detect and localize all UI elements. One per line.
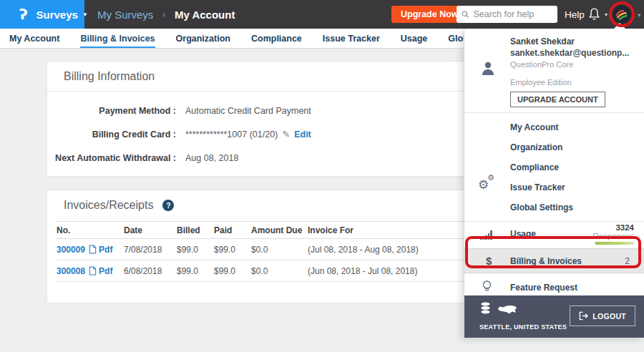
datacenter-location: SEATTLE, UNITED STATES [479, 323, 567, 331]
user-info-section: Sanket Shekdar sanket.shekdar@questionp.… [464, 29, 644, 112]
breadcrumb-separator-icon: › [162, 9, 166, 20]
user-edition: Employee Edition [510, 78, 629, 87]
tab-issue-tracker[interactable]: Issue Tracker [323, 29, 380, 48]
avatar-chevron-icon[interactable]: ▾ [638, 11, 641, 19]
usage-unit: Responses [592, 232, 634, 240]
top-header: ʔ Surveys ▾ My Surveys › My Account Upgr… [0, 0, 644, 29]
billing-invoices-count: 2 [625, 256, 630, 266]
usage-label: Usage [510, 229, 536, 239]
billing-credit-card-label: Billing Credit Card : [47, 129, 176, 140]
billing-credit-card-value: ************1007 (01/20) [185, 129, 278, 140]
person-icon [481, 61, 495, 77]
breadcrumb-my-surveys[interactable]: My Surveys [97, 9, 153, 21]
dollar-icon: $ [486, 255, 492, 267]
logout-icon [579, 311, 588, 321]
pdf-file-icon [89, 266, 97, 275]
questionpro-logo-icon: ʔ [19, 7, 28, 21]
payment-method-value: Automatic Credit Card Payment [185, 106, 311, 116]
user-name: Sanket Shekdar [510, 36, 629, 47]
invoice-billed: $99.0 [177, 245, 214, 255]
breadcrumb-my-account: My Account [175, 9, 235, 21]
col-no: No. [57, 225, 124, 235]
search-input[interactable] [473, 9, 552, 19]
bell-chevron-icon[interactable]: ▾ [605, 11, 608, 18]
usa-map-icon [497, 304, 517, 316]
edit-card-link[interactable]: Edit [294, 129, 311, 140]
payment-method-label: Payment Method : [47, 106, 176, 116]
billing-invoices-label: Billing & Invoices [510, 256, 582, 266]
user-product: QuestionPro Core [510, 60, 629, 69]
col-paid: Paid [214, 225, 251, 235]
tab-usage[interactable]: Usage [401, 29, 428, 48]
account-menu-group: ⚙ ⚙ My Account Organization Compliance I… [464, 113, 644, 221]
next-withdrawal-value: Aug 08, 2018 [185, 153, 238, 163]
product-switcher[interactable]: ʔ Surveys ▾ [0, 0, 84, 29]
invoice-number-link[interactable]: 300008 [57, 266, 85, 276]
edit-pencil-icon[interactable]: ✎ [282, 129, 290, 140]
upgrade-account-button[interactable]: UPGRADE ACCOUNT [510, 92, 605, 107]
billing-card-title: Billing Information [64, 70, 155, 83]
invoice-pdf-link[interactable]: Pdf [89, 245, 112, 255]
menu-item-my-account[interactable]: My Account [464, 117, 644, 137]
menu-item-usage[interactable]: Usage 3324 Responses [464, 222, 644, 248]
invoice-number-link[interactable]: 300009 [57, 245, 85, 255]
user-dropdown-panel: Sanket Shekdar sanket.shekdar@questionp.… [464, 29, 644, 338]
col-date: Date [124, 225, 177, 235]
tab-compliance[interactable]: Compliance [251, 29, 302, 48]
menu-item-organization[interactable]: Organization [464, 137, 644, 157]
feature-request-label: Feature Request [510, 283, 577, 293]
settings-gears-icon: ⚙ ⚙ [478, 173, 499, 195]
invoice-paid: $99.0 [214, 245, 251, 255]
help-search[interactable] [457, 6, 557, 23]
invoices-help-icon[interactable]: ? [162, 200, 174, 211]
invoices-card-title: Invoices/Receipts [64, 199, 153, 212]
notifications-bell-icon[interactable] [588, 7, 600, 21]
tab-organization[interactable]: Organization [176, 29, 230, 48]
chevron-down-icon: ▾ [84, 11, 87, 18]
search-icon [462, 10, 469, 19]
database-icon [480, 302, 491, 316]
invoice-amount-due: $0.0 [251, 266, 308, 276]
logout-label: LOGOUT [592, 312, 626, 321]
invoice-date: 6/08/2018 [124, 266, 177, 276]
breadcrumb: My Surveys › My Account [97, 0, 235, 29]
col-amount-due: Amount Due [251, 225, 308, 235]
usage-count: 3324 [592, 223, 634, 232]
col-billed: Billed [177, 225, 214, 235]
logout-button[interactable]: LOGOUT [570, 305, 635, 326]
tab-billing-invoices[interactable]: Billing & Invoices [80, 29, 155, 48]
invoice-pdf-link[interactable]: Pdf [89, 266, 112, 276]
user-avatar[interactable] [613, 5, 631, 24]
next-withdrawal-label: Next Automatic Withdrawal : [47, 153, 176, 163]
menu-item-global-settings[interactable]: Global Settings [464, 197, 644, 217]
usage-progress-bar [595, 242, 634, 245]
invoice-paid: $99.0 [214, 266, 251, 276]
dropdown-pointer [614, 23, 625, 29]
avatar-image [613, 5, 631, 24]
tab-my-account[interactable]: My Account [9, 29, 59, 48]
product-name: Surveys [36, 9, 77, 21]
invoice-amount-due: $0.0 [251, 245, 308, 255]
invoice-date: 7/08/2018 [124, 245, 177, 255]
dropdown-footer: SEATTLE, UNITED STATES LOGOUT [464, 295, 644, 338]
user-email: sanket.shekdar@questionp... [510, 48, 629, 58]
pdf-file-icon [89, 245, 97, 254]
questionpro-app: ʔ Surveys ▾ My Surveys › My Account Upgr… [0, 0, 644, 352]
bar-chart-icon [480, 230, 492, 240]
lightbulb-icon [482, 280, 492, 293]
menu-item-billing-invoices[interactable]: $ Billing & Invoices 2 [464, 248, 644, 273]
help-link[interactable]: Help [565, 0, 585, 29]
invoice-billed: $99.0 [177, 266, 214, 276]
